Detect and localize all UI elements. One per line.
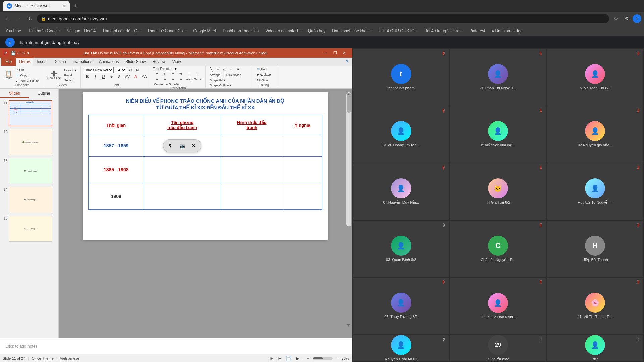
zoom-in-btn[interactable]: +	[335, 355, 339, 361]
format-painter-button[interactable]: 🖌 Format Painter	[14, 78, 41, 83]
slide-sorter-btn[interactable]: ⊟	[277, 355, 282, 362]
normal-view-btn[interactable]: ⊞	[269, 355, 274, 362]
bookmark-video[interactable]: Video to animated...	[263, 28, 304, 34]
extension-btn[interactable]: ⚙	[622, 14, 631, 23]
replace-button[interactable]: ⇄ Replace	[256, 72, 272, 77]
participant-tile-02nguyen[interactable]: 🎙 👤 02 Nguyễn gia bảo...	[547, 106, 643, 163]
zoom-out-btn[interactable]: −	[306, 355, 310, 361]
quick-styles-button[interactable]: Quick Styles	[223, 73, 243, 77]
oval-shape-button[interactable]: ○	[228, 67, 234, 72]
ft-video-btn[interactable]: 📷	[177, 141, 187, 150]
zoom-bar[interactable]	[313, 357, 333, 360]
slide-thumb-12[interactable]: 12 🪖 soldiers image	[1, 128, 57, 156]
slide-thumb-11[interactable]: 11 NIÊN BIỂU... 1857 1885 1908	[1, 100, 57, 127]
layout-button[interactable]: Layout ▼	[63, 68, 78, 73]
columns-button[interactable]: ⫶	[193, 72, 201, 76]
reload-button[interactable]: ↻	[25, 14, 35, 23]
bookmark-bai49[interactable]: Bài 49 trang 22 Toá...	[422, 28, 465, 34]
char-spacing-button[interactable]: AV	[124, 74, 131, 79]
numbering-button[interactable]: 1.	[161, 72, 168, 76]
minimize-button[interactable]: ─	[321, 49, 330, 57]
participant-tile-31hoang[interactable]: 🎙 👤 31.V6 Hoàng Phươn...	[353, 106, 449, 163]
participant-tile-huy[interactable]: 🎙 👤 Huy 8/2 10.Nguyễn...	[547, 163, 643, 220]
tab-slides[interactable]: Slides	[0, 89, 29, 98]
tab-animations[interactable]: Animations	[96, 58, 122, 66]
tab-review[interactable]: Review	[149, 58, 169, 66]
participant-tile-07nguyen[interactable]: 🎙 👤 07.Nguyễn Duy Hải...	[353, 163, 449, 220]
bullets-button[interactable]: ≡	[153, 72, 160, 76]
participant-tile-20le[interactable]: 🎙 👤 20.Lê Gia Hân Nghi...	[450, 278, 546, 334]
shape-outline-button[interactable]: Shape Outline▼	[208, 83, 248, 88]
italic-button[interactable]: I	[92, 74, 99, 79]
font-family-select[interactable]: Times New Roman	[84, 67, 114, 73]
line-spacing-button[interactable]: ↕	[185, 72, 193, 76]
ft-mute-btn[interactable]: 🎙	[166, 141, 175, 150]
slideshow-btn[interactable]: ▶	[295, 355, 300, 362]
align-text-button[interactable]: Align Text▼	[185, 77, 203, 81]
bookmark-google[interactable]: Tài khoản Google	[25, 28, 62, 34]
align-left-button[interactable]: ≡	[153, 77, 160, 82]
slide-nav-up[interactable]: ▲	[346, 92, 351, 96]
section-button[interactable]: Section	[63, 78, 78, 83]
font-color-button[interactable]: A	[132, 74, 139, 79]
restore-button[interactable]: ❐	[330, 49, 340, 57]
bookmark-more[interactable]: » Danh sách đọc	[489, 28, 525, 34]
convert-smartart-button[interactable]: Convert to SmartArt	[153, 82, 203, 86]
bold-button[interactable]: B	[84, 74, 91, 79]
participant-tile-03quan[interactable]: 🎙 👤 03. Quan Bình 8/2	[353, 221, 449, 277]
clear-format-button[interactable]: ✕A	[140, 74, 148, 79]
participant-tile-hiep[interactable]: 🎙 H Hiệp Bùi Thanh	[547, 221, 643, 277]
arrange-button[interactable]: Arrange	[208, 73, 222, 77]
tab-slideshow[interactable]: Slide Show	[122, 58, 149, 66]
bookmark-meet[interactable]: Google Meet	[190, 28, 219, 34]
redo-icon[interactable]: ↪	[22, 51, 25, 55]
bookmark-quiz[interactable]: Tìm một câu đố - Q...	[100, 28, 143, 34]
close-button[interactable]: ✕	[340, 49, 349, 57]
line-shape-button[interactable]: ╲	[208, 67, 214, 72]
participant-tile-44gia[interactable]: 🎙 🐱 44 Gia Tuệ 8/2	[450, 163, 546, 220]
paste-button[interactable]: 📋 Paste	[3, 70, 14, 80]
bookmark-conan[interactable]: Thám Tử Conan Ch...	[145, 28, 189, 34]
reset-button[interactable]: Reset	[63, 73, 78, 78]
slide-nav-down[interactable]: ▼	[346, 323, 351, 328]
notes-area[interactable]: Click to add notes	[0, 338, 352, 354]
increase-font-button[interactable]: A↑	[127, 68, 133, 72]
arrow-shape-button[interactable]: →	[215, 67, 221, 72]
vertical-scrollbar[interactable]	[346, 92, 351, 226]
undo-icon[interactable]: ↩	[17, 51, 20, 55]
find-button[interactable]: 🔍 Find	[256, 67, 272, 72]
tab-view[interactable]: View	[169, 58, 184, 66]
underline-button[interactable]: U	[100, 74, 107, 79]
dropdown-icon[interactable]: ▼	[26, 51, 30, 55]
participant-tile-thanhtuan[interactable]: 🎙 t thanhtuan phạm	[353, 49, 449, 106]
participant-tile-lemy[interactable]: 🎙 👤 lê mỹ thiên kim lp8...	[450, 106, 546, 163]
tab-insert[interactable]: Insert	[33, 58, 50, 66]
reading-view-btn[interactable]: 📄	[285, 355, 292, 362]
participant-tile-29others[interactable]: 🎙 29 29 người khác	[450, 335, 546, 361]
align-center-button[interactable]: ≡	[161, 77, 168, 82]
participant-tile-5votoán[interactable]: 🎙 👤 5. Võ Toàn Chí 8/2	[547, 49, 643, 106]
help-icon[interactable]: ?	[344, 59, 351, 64]
save-icon[interactable]: 💾	[11, 51, 16, 55]
bookmark-hoc24[interactable]: Nói quá - Hoc24	[64, 28, 98, 34]
new-tab-button[interactable]: +	[71, 1, 80, 11]
participant-tile-ban[interactable]: 🎙 👤 Bạn	[547, 335, 643, 361]
participant-tile-41vo[interactable]: 🎙 🌸 41. Võ Thị Thanh Tr...	[547, 278, 643, 334]
tab-file[interactable]: File	[1, 58, 16, 66]
bookmark-unit4[interactable]: Unit 4 OUR CUSTO...	[376, 28, 420, 34]
shadow-button[interactable]: S	[116, 74, 123, 79]
star-icon[interactable]: ☆	[611, 14, 621, 23]
slide-thumb-15[interactable]: 15 Bài 49 trang...	[1, 215, 57, 242]
font-size-select[interactable]: 24	[115, 67, 126, 73]
profile-btn[interactable]: t	[633, 14, 641, 23]
tab-transitions[interactable]: Transitions	[69, 58, 96, 66]
tab-home[interactable]: Home	[16, 58, 33, 66]
tab-outline[interactable]: Outline	[29, 89, 58, 98]
ft-close-btn[interactable]: ✕	[189, 141, 198, 150]
decrease-font-button[interactable]: A↓	[135, 68, 141, 72]
new-slide-button[interactable]: ➕ New Slide	[46, 70, 62, 80]
bookmark-quanhuy[interactable]: Quản huy	[305, 28, 328, 34]
increase-indent-button[interactable]: ⇒	[177, 71, 184, 76]
address-bar[interactable]: 🔒 meet.google.com/sre-uvry-wru	[37, 14, 609, 23]
decrease-indent-button[interactable]: ⇐	[169, 71, 176, 76]
